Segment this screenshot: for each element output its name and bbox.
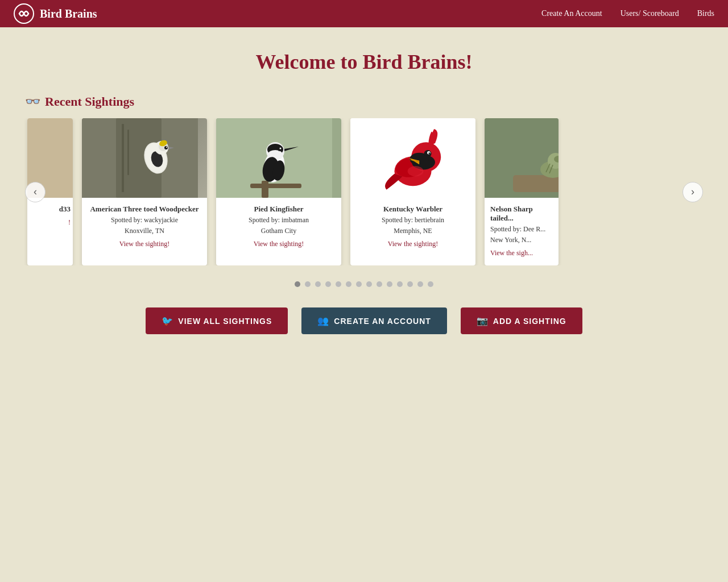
action-buttons: 🐦 VIEW ALL SIGHTINGS 👥 CREATE AN ACCOUNT… xyxy=(23,307,705,334)
svg-point-12 xyxy=(164,146,168,149)
carousel-dot-6[interactable] xyxy=(356,281,362,287)
carousel-dot-3[interactable] xyxy=(325,281,331,287)
carousel-dot-4[interactable] xyxy=(336,281,341,287)
binoculars-btn-icon: 🐦 xyxy=(162,315,173,326)
svg-rect-16 xyxy=(262,181,268,198)
page-heading: Welcome to Bird Brains! xyxy=(23,50,705,74)
card-1-body: American Three toed Woodpecker Spotted b… xyxy=(82,198,207,265)
svg-point-39 xyxy=(408,166,424,177)
card-1-image xyxy=(82,118,207,198)
view-sightings-label: VIEW ALL SIGHTINGS xyxy=(178,317,272,326)
carousel-dot-10[interactable] xyxy=(397,281,403,287)
view-all-sightings-button[interactable]: 🐦 VIEW ALL SIGHTINGS xyxy=(146,307,288,334)
card-4-link[interactable]: View the sigh... xyxy=(490,249,533,257)
svg-point-26 xyxy=(280,148,282,149)
carousel-dot-9[interactable] xyxy=(387,281,392,287)
create-account-label: CREATE AN ACCOUNT xyxy=(334,317,431,326)
card-4-location: New York, N... xyxy=(490,236,531,244)
carousel-prev-button[interactable]: ‹ xyxy=(25,182,46,202)
card-3-title: Kentucky Warbler xyxy=(356,205,470,214)
carousel-dot-13[interactable] xyxy=(428,281,433,287)
main-content: Welcome to Bird Brains! 👓 Recent Sightin… xyxy=(11,27,717,368)
card-3-spotted: Spotted by: bertiebrain xyxy=(356,216,470,225)
card-3-body: Kentucky Warbler Spotted by: bertiebrain… xyxy=(350,198,475,265)
section-title: 👓 Recent Sightings xyxy=(23,94,705,109)
create-account-button[interactable]: 👥 CREATE AN ACCOUNT xyxy=(301,307,446,334)
nav-create-account[interactable]: Create An Account xyxy=(541,9,602,18)
card-3-location: Memphis, NE xyxy=(356,227,470,235)
carousel-dot-5[interactable] xyxy=(346,281,351,287)
nav-scoreboard[interactable]: Users/ Scoreboard xyxy=(621,9,679,18)
card-1-link[interactable]: View the sighting! xyxy=(88,240,201,248)
card-0-link[interactable]: ! xyxy=(68,218,71,227)
card-3-image xyxy=(350,118,475,198)
carousel-dot-8[interactable] xyxy=(377,281,382,287)
carousel-next-button[interactable]: › xyxy=(682,182,703,202)
svg-point-38 xyxy=(428,152,430,154)
svg-rect-4 xyxy=(127,130,129,175)
carousel-dot-7[interactable] xyxy=(366,281,372,287)
card-2-body: Pied Kingfisher Spotted by: imbatman Got… xyxy=(216,198,341,265)
card-4-image xyxy=(485,118,559,198)
svg-point-13 xyxy=(166,147,167,148)
users-icon: 👥 xyxy=(317,315,329,326)
card-2-location: Gotham City xyxy=(222,227,336,235)
sighting-card-1: American Three toed Woodpecker Spotted b… xyxy=(82,118,207,265)
carousel-dot-0[interactable] xyxy=(295,281,300,287)
carousel-dot-12[interactable] xyxy=(417,281,423,287)
card-3-link[interactable]: View the sighting! xyxy=(356,240,470,248)
card-0-title: d33 xyxy=(59,205,71,214)
sighting-card-4: Nelson Sharp tailed... Spotted by: Dee R… xyxy=(485,118,559,265)
card-4-title: Nelson Sharp tailed... xyxy=(490,205,553,223)
nav-birds[interactable]: Birds xyxy=(697,9,714,18)
binoculars-icon: 👓 xyxy=(25,94,40,109)
camera-icon: 📷 xyxy=(477,315,489,326)
carousel-dot-11[interactable] xyxy=(407,281,413,287)
logo-icon xyxy=(14,3,34,24)
card-2-link[interactable]: View the sighting! xyxy=(222,240,336,248)
card-1-location: Knoxville, TN xyxy=(88,227,201,235)
card-1-title: American Three toed Woodpecker xyxy=(88,205,201,214)
sighting-card-3: Kentucky Warbler Spotted by: bertiebrain… xyxy=(350,118,475,265)
card-1-spotted: Spotted by: wackyjackie xyxy=(88,216,201,225)
add-sighting-label: ADD A SIGHTING xyxy=(493,317,566,326)
card-4-spotted: Spotted by: Dee R... xyxy=(490,225,545,234)
carousel-dot-1[interactable] xyxy=(305,281,311,287)
carousel-track: d33 ! xyxy=(23,118,705,265)
brand: Bird Brains xyxy=(14,3,97,24)
carousel-dots xyxy=(23,281,705,287)
card-2-title: Pied Kingfisher xyxy=(222,205,336,214)
card-2-image xyxy=(216,118,341,198)
navigation: Bird Brains Create An Account Users/ Sco… xyxy=(0,0,728,27)
section-title-text: Recent Sightings xyxy=(45,94,134,109)
nav-links: Create An Account Users/ Scoreboard Bird… xyxy=(541,9,714,18)
sighting-card-2: Pied Kingfisher Spotted by: imbatman Got… xyxy=(216,118,341,265)
brand-name: Bird Brains xyxy=(40,7,97,20)
card-2-spotted: Spotted by: imbatman xyxy=(222,216,336,225)
svg-rect-17 xyxy=(250,184,301,188)
carousel-dot-2[interactable] xyxy=(315,281,321,287)
card-4-body: Nelson Sharp tailed... Spotted by: Dee R… xyxy=(485,198,559,265)
sightings-carousel: ‹ d33 ! xyxy=(23,118,705,265)
svg-rect-3 xyxy=(122,124,124,192)
add-sighting-button[interactable]: 📷 ADD A SIGHTING xyxy=(461,307,582,334)
